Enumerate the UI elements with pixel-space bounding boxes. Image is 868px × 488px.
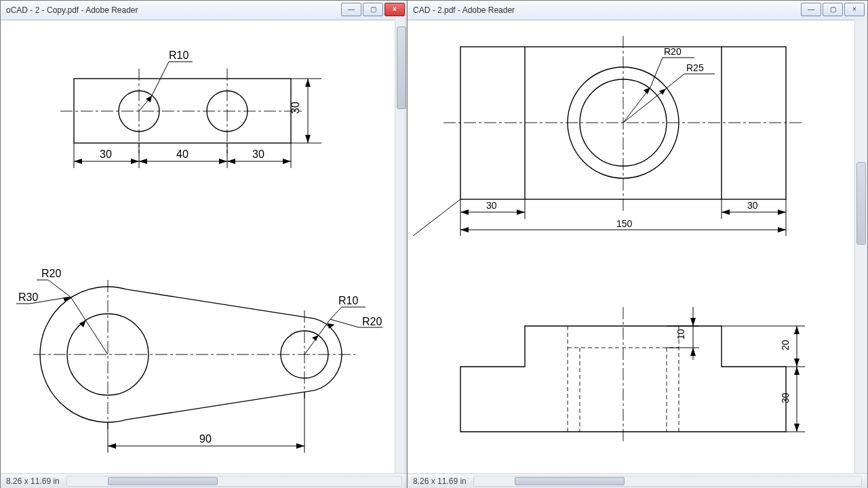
svg-marker-89 [690,348,696,356]
left-titlebar[interactable]: oCAD - 2 - Copy.pdf - Adobe Reader — ▢ × [1,1,408,20]
left-title-text: oCAD - 2 - Copy.pdf - Adobe Reader [6,5,138,15]
r30big: R30 [18,291,38,303]
inset30r: 30 [747,200,758,211]
svg-line-32 [48,280,71,297]
right-title-text: CAD - 2.pdf - Adobe Reader [413,5,515,15]
inset30l: 30 [486,200,497,211]
svg-marker-21 [131,159,139,164]
svg-marker-20 [74,159,82,164]
svg-marker-41 [312,336,319,341]
w150: 150 [616,218,633,229]
svg-marker-23 [219,159,227,164]
pagesize-text: 8.26 x 11.69 in [413,476,467,486]
svg-marker-22 [139,159,147,164]
r20big: R20 [41,268,61,279]
svg-marker-13 [305,79,311,87]
seg30b: 30 [252,148,264,160]
minimize-button[interactable]: — [801,3,821,16]
bottom-view-r: 10 20 30 [460,307,805,443]
r10-label: R10 [169,49,189,61]
right-window: CAD - 2.pdf - Adobe Reader — ▢ × [407,0,868,488]
svg-marker-37 [63,297,71,302]
svg-line-31 [71,297,108,354]
svg-marker-48 [108,443,116,449]
svg-marker-49 [296,443,304,449]
left-statusbar: 8.26 x 11.69 in [1,473,408,488]
svg-marker-34 [79,321,86,327]
left-vscrollbar[interactable] [395,20,408,474]
seg30a: 30 [100,148,112,160]
svg-marker-94 [794,326,800,334]
svg-marker-71 [460,209,469,215]
scroll-thumb[interactable] [515,477,625,485]
svg-marker-64 [659,89,666,95]
svg-line-58 [650,58,663,87]
svg-line-39 [330,307,342,319]
svg-marker-60 [644,87,650,94]
svg-marker-77 [460,227,469,232]
svg-marker-88 [690,318,696,326]
h30: 30 [780,392,791,403]
close-button[interactable]: × [384,3,405,16]
r20sm: R20 [362,316,382,327]
svg-marker-75 [778,209,786,215]
r25-in: R25 [686,62,704,73]
svg-marker-14 [305,135,311,143]
svg-marker-78 [778,227,786,232]
svg-marker-72 [517,209,525,215]
svg-line-65 [413,199,460,236]
right-window-controls: — ▢ × [800,3,865,16]
svg-marker-25 [283,159,291,164]
h20: 20 [780,340,791,350]
svg-marker-24 [227,159,235,164]
maximize-button[interactable]: ▢ [363,3,383,16]
top-view-r: R20 R25 30 30 [413,36,803,236]
right-drawing: R20 R25 30 30 [413,22,852,471]
svg-marker-74 [722,209,730,215]
bottom-view: R20 R30 R10 R20 [16,268,382,453]
svg-marker-98 [794,424,800,432]
minimize-button[interactable]: — [341,3,361,16]
left-window-controls: — ▢ × [340,3,405,16]
right-page: R20 R25 30 30 [413,22,852,471]
right-vscrollbar[interactable] [854,20,867,474]
r20-out: R20 [664,46,682,57]
svg-line-42 [330,319,359,327]
step10: 10 [675,329,686,340]
h30-label: 30 [290,102,301,114]
right-hscrollbar[interactable] [473,476,862,487]
svg-line-61 [623,89,666,123]
maximize-button[interactable]: ▢ [823,3,843,16]
span90: 90 [199,433,212,445]
svg-marker-97 [794,367,800,375]
left-page: R10 30 30 40 [6,22,393,471]
r10sm: R10 [338,295,358,306]
right-titlebar[interactable]: CAD - 2.pdf - Adobe Reader — ▢ × [408,1,867,20]
svg-rect-0 [74,79,291,143]
close-button[interactable]: × [844,3,865,16]
scroll-thumb[interactable] [108,477,218,485]
left-hscrollbar[interactable] [66,476,402,487]
left-window: oCAD - 2 - Copy.pdf - Adobe Reader — ▢ × [0,0,408,488]
top-view: R10 30 30 40 [60,49,321,168]
scroll-thumb[interactable] [397,26,406,109]
left-drawing: R10 30 30 40 [6,22,393,471]
scroll-thumb[interactable] [856,162,866,245]
pagesize-text: 8.26 x 11.69 in [6,476,60,486]
right-statusbar: 8.26 x 11.69 in [408,473,867,488]
seg40: 40 [176,148,189,160]
svg-line-62 [666,74,684,89]
svg-marker-95 [794,359,800,367]
